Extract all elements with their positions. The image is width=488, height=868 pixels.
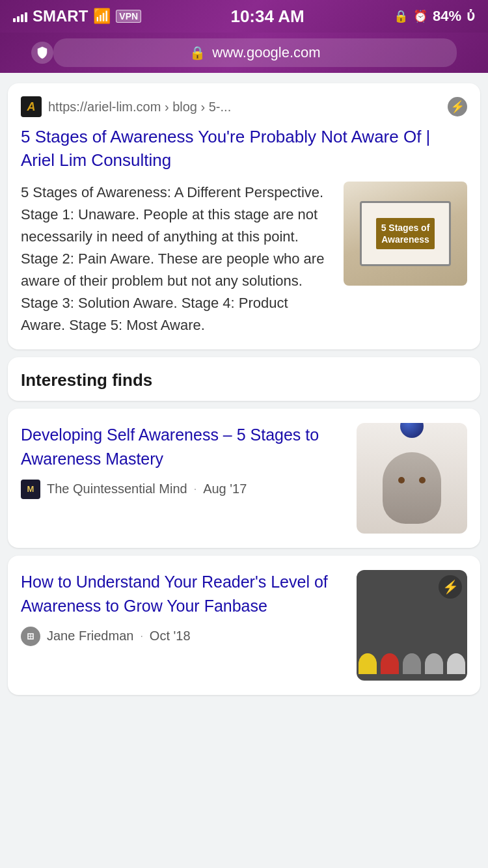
- find-dot-2: ·: [140, 631, 142, 642]
- vpn-badge: VPN: [116, 10, 141, 23]
- status-left: SMART 📶 VPN: [13, 7, 141, 25]
- url-field[interactable]: 🔒 www.google.com: [53, 38, 457, 67]
- find-image-1: [357, 423, 467, 534]
- laptop-image: 5 Stages ofAwareness: [344, 182, 467, 286]
- find-title-1[interactable]: Developing Self Awareness – 5 Stages to …: [21, 423, 346, 470]
- amp-icon: ⚡: [448, 97, 467, 116]
- find-date-1: Aug '17: [203, 481, 247, 496]
- signal-bars: [13, 10, 27, 22]
- find-source-name-2: Jane Friedman: [47, 629, 133, 644]
- laptop-screen-text: 5 Stages ofAwareness: [376, 218, 435, 249]
- orientation-icon: 🔒: [394, 9, 408, 23]
- address-bar[interactable]: 🔒 www.google.com: [0, 33, 488, 73]
- status-right: 🔒 ⏰ 84% ὐ‍: [394, 8, 475, 25]
- wifi-icon: 📶: [93, 8, 111, 25]
- signal-bar-4: [25, 12, 27, 22]
- result-favicon: A: [21, 96, 42, 117]
- find-card-1: Developing Self Awareness – 5 Stages to …: [8, 409, 480, 548]
- result-source: A https://ariel-lim.com › blog › 5-... ⚡: [21, 96, 467, 117]
- browser-shield-icon: [31, 42, 53, 64]
- hat-red: [381, 653, 399, 674]
- result-body: 5 Stages of Awareness: A Different Persp…: [21, 182, 467, 337]
- lock-icon: 🔒: [189, 45, 206, 61]
- section-title: Interesting finds: [21, 370, 152, 390]
- hats-visual: ⚡: [357, 570, 467, 681]
- find-content-1: Developing Self Awareness – 5 Stages to …: [21, 423, 346, 499]
- hats-row: [359, 653, 465, 674]
- hat-light: [447, 653, 465, 674]
- status-bar: SMART 📶 VPN 10:34 AM 🔒 ⏰ 84% ὐ‍: [0, 0, 488, 33]
- signal-bar-1: [13, 18, 16, 22]
- result-description: 5 Stages of Awareness: A Different Persp…: [21, 182, 333, 337]
- sculpture-eyes: [398, 477, 426, 483]
- find-favicon-1: M: [21, 480, 40, 499]
- search-results: A https://ariel-lim.com › blog › 5-... ⚡…: [0, 73, 488, 705]
- find-date-2: Oct '18: [150, 629, 191, 644]
- sculpture-head: [383, 452, 441, 524]
- alarm-icon: ⏰: [413, 9, 427, 23]
- hat-gray1: [403, 653, 421, 674]
- carrier-label: SMART: [33, 7, 88, 25]
- source-url: https://ariel-lim.com › blog › 5-...: [48, 100, 441, 115]
- sculpture-eye-left: [398, 477, 405, 483]
- find-title-2[interactable]: How to Understand Your Reader's Level of…: [21, 570, 346, 617]
- find-favicon-2: [21, 627, 40, 646]
- hat-gray2: [425, 653, 443, 674]
- laptop-screen: 5 Stages ofAwareness: [360, 201, 451, 266]
- url-text: www.google.com: [212, 44, 320, 61]
- hat-yellow: [359, 653, 377, 674]
- find-card-2: How to Understand Your Reader's Level of…: [8, 556, 480, 695]
- result-thumbnail: 5 Stages ofAwareness: [344, 182, 467, 286]
- result-title[interactable]: 5 Stages of Awareness You're Probably No…: [21, 125, 467, 172]
- hats-amp-icon: ⚡: [439, 575, 462, 599]
- find-image-2: ⚡: [357, 570, 467, 681]
- find-dot-1: ·: [194, 483, 197, 495]
- interesting-finds-section: Interesting finds: [8, 357, 480, 401]
- battery-percentage: 84%: [433, 8, 461, 25]
- find-content-2: How to Understand Your Reader's Level of…: [21, 570, 346, 646]
- find-source-name-1: The Quintessential Mind: [47, 481, 187, 496]
- battery-icon: ὐ‍: [467, 8, 475, 25]
- find-meta-1: M The Quintessential Mind · Aug '17: [21, 480, 346, 499]
- sculpture-eye-right: [419, 477, 426, 483]
- sculpture-visual: [357, 423, 467, 534]
- main-result-card: A https://ariel-lim.com › blog › 5-... ⚡…: [8, 83, 480, 349]
- time-display: 10:34 AM: [230, 7, 304, 27]
- signal-bar-3: [21, 14, 23, 22]
- find-meta-2: Jane Friedman · Oct '18: [21, 627, 346, 646]
- signal-bar-2: [17, 16, 20, 22]
- sculpture-ball: [400, 423, 424, 438]
